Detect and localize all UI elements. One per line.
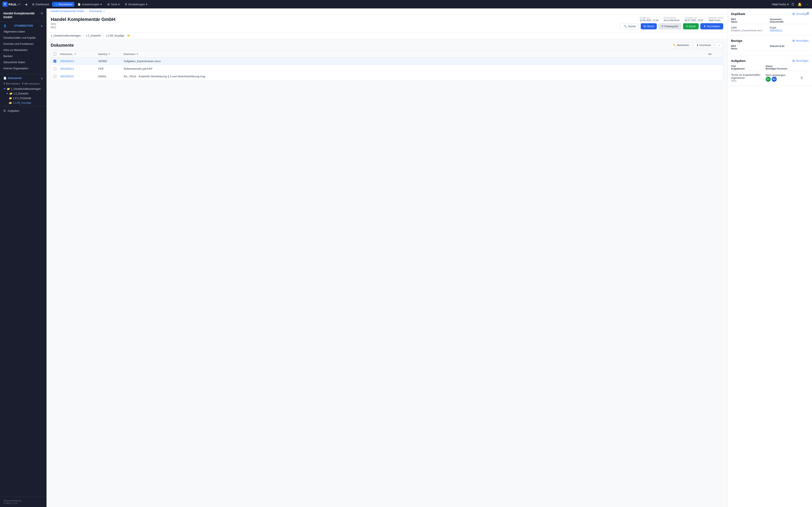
folder-open-icon-path[interactable]: 📂 — [127, 34, 131, 37]
version-link[interactable]: Versionshinweise — [3, 499, 43, 502]
sidebar-item-infos[interactable]: Infos zu Mandanten — [0, 47, 47, 53]
aufgaben-section: Aufgaben ⊕ Hinzufügen Titel Aufgabenart … — [728, 55, 812, 86]
back-button[interactable]: ◀ — [23, 2, 29, 7]
sidebar-item-interne[interactable]: Interne Organisation — [0, 65, 47, 71]
row-checkbox-2[interactable] — [53, 67, 56, 70]
word-icon: W — [644, 25, 646, 28]
nav-mandanten[interactable]: 👥 Mandanten — [52, 2, 74, 7]
td-checkbox-1[interactable] — [51, 57, 58, 65]
select-all-checkbox[interactable] — [53, 52, 56, 56]
td-dokument-1[interactable]: 000200010 — [58, 57, 96, 65]
bezuge-title: Bezüge — [731, 39, 742, 43]
td-dateityp-2: PDF — [96, 65, 121, 72]
document-icon: 📄 — [3, 77, 7, 80]
folder-icon: 📁 — [7, 88, 10, 91]
sidebar-item-banken[interactable]: Banken — [0, 53, 47, 59]
aufgaben-add-button[interactable]: ⊕ Hinzufügen — [792, 59, 809, 63]
aufgaben-titel-cell: Termin für Expertentreffen organisieren … — [731, 73, 766, 83]
avatar-bo: BO — [772, 77, 777, 82]
upload-button[interactable]: ⬆ Hochladen — [700, 23, 723, 30]
td-checkbox-3[interactable] — [51, 73, 58, 80]
path-arrow-2: → — [102, 34, 105, 37]
td-dokument-2[interactable]: 000200014 — [58, 65, 96, 72]
collapse-icon: ⬆ — [22, 82, 24, 85]
nav-einstellungen[interactable]: ⚙ Einstellungen ▾ — [123, 2, 150, 7]
nav-dashboard[interactable]: ⊞ Dashboard — [30, 2, 51, 7]
download-button[interactable]: ⬇ Download — [694, 43, 713, 48]
edit-button[interactable]: ✏️ Bearbeiten — [670, 43, 692, 48]
search-button[interactable]: 🔍 Suche — [620, 23, 639, 30]
th-dateiname[interactable]: Dateiname ⇅ — [121, 51, 706, 57]
side-panel-close-button[interactable]: ✕ — [806, 11, 809, 16]
aufgaben-delete-cell[interactable]: 🗑 — [800, 75, 809, 80]
td-checkbox-2[interactable] — [51, 65, 58, 72]
tree-item-sonstige[interactable]: 📂 1.2.99_Sonstige — [0, 101, 47, 105]
path-icons: 📂 ⋮ — [127, 34, 134, 37]
aufgaben-table-header: Titel Aufgabenart Status Beteiligte Pers… — [731, 65, 809, 71]
sort-icon-dateiname: ⇅ — [136, 53, 138, 55]
logo-icon: P — [3, 2, 8, 7]
main-layout: Handel Komplementär GmbH ✕ 👤 Stammdaten … — [0, 0, 812, 507]
sidebar-item-aufgaben[interactable]: ☰ Aufgaben — [0, 107, 47, 114]
duplikate-dokid[interactable]: 000200011 — [770, 29, 809, 32]
excel-button[interactable]: X Excel — [683, 23, 699, 30]
tree-item-gesellschaftsunterlagen[interactable]: ▼ 📁 1_Gesellschaftsunterlagen — [0, 87, 47, 91]
word-button[interactable]: W Word — [641, 23, 657, 30]
nav-dashboard-label: Dashboard — [36, 3, 49, 6]
notification-button[interactable]: 🔔 — [797, 1, 803, 7]
expand-all-button[interactable]: ⬇ Alle erweitern — [3, 82, 20, 85]
duplikate-table-header: MKZ Name Verweisart DokumentID — [731, 18, 809, 24]
more-options-icon[interactable]: ⋮ — [132, 34, 134, 37]
person-icon: 👤 — [3, 24, 7, 27]
user-menu[interactable]: Vitali Fuchs ▾ — [772, 3, 789, 6]
breadcrumb-arrow-2: ▾ — [103, 10, 105, 13]
created-at: Erstellt am 10.05.2022, 13:40 — [640, 17, 658, 21]
path-link-2[interactable]: 1.2_Entwürfe — [86, 34, 101, 37]
powerpoint-icon: P — [662, 25, 664, 28]
tree-item-entwurfe[interactable]: ▼ 📁 1.2_Entwürfe — [0, 91, 47, 96]
path-link-1[interactable]: 1_Gesellschaftsunterlagen — [51, 34, 81, 37]
table-header-row: Dokument... ⇅ Dateityp ⇅ Dateiname ⇅ Be — [51, 51, 723, 57]
bezuge-add-button[interactable]: ⊕ Hinzufügen — [792, 39, 809, 43]
delete-aufgabe-button[interactable]: 🗑 — [800, 76, 804, 80]
logout-button[interactable]: → — [804, 1, 809, 7]
powerpoint-button[interactable]: P Powerpoint — [658, 23, 681, 30]
main-content: Handel Komplementär GmbH → Dokumente ▾ H… — [47, 8, 727, 507]
documents-title: Dokumente — [51, 43, 74, 48]
dokumente-header[interactable]: 📄 Dokumente ▲ — [0, 75, 47, 81]
collapse-all-button[interactable]: ⬆ Alle reduzieren — [22, 82, 40, 85]
plus-icon-duplikate: ⊕ — [792, 12, 795, 16]
company-name: Handel Komplementär GmbH — [3, 11, 40, 19]
breadcrumb-company[interactable]: Handel Komplementär GmbH — [51, 10, 84, 13]
close-sidebar-button[interactable]: ✕ — [40, 11, 43, 15]
sidebar-footer: Versionshinweise © PAUL 2.9.0 — [0, 497, 47, 507]
sidebar-item-gremien[interactable]: Gremien und Funktionen — [0, 41, 47, 47]
menu-icon-button[interactable]: ☰ — [791, 1, 795, 7]
stammdaten-label: Stammdaten — [14, 24, 33, 27]
td-dokument-3[interactable]: 000200015 — [58, 73, 96, 80]
breadcrumb-dokumente[interactable]: Dokumente — [89, 10, 102, 13]
nav-auswertungen[interactable]: 📋 Auswertungen ▾ — [75, 2, 104, 7]
edit-icon: ✏️ — [673, 44, 676, 47]
table-row: 000200014 PDF Referenteninfo pdf.PDF — [51, 65, 723, 73]
page-title: Handel Komplementär GmbH — [51, 17, 115, 22]
sidebar-item-allgemeine[interactable]: Allgemeine Daten — [0, 29, 47, 35]
more-actions-button[interactable]: ⋯ — [715, 43, 723, 48]
duplikate-row: 1000 Aufgaben_Expertenteam.docx Kopie 00… — [731, 26, 809, 33]
mandanten-icon: 👥 — [54, 3, 57, 6]
sidebar-company: Handel Komplementär GmbH ✕ — [0, 8, 47, 21]
th-dokument[interactable]: Dokument... ⇅ — [58, 51, 96, 57]
row-checkbox-3[interactable] — [53, 75, 56, 78]
sidebar-item-steuerliche[interactable]: Steuerliche Daten — [0, 59, 47, 65]
nav-tools[interactable]: 🖥 Tools ▾ — [105, 2, 122, 7]
changed-at: Geändert am 06.07.2022, 15:07 — [685, 17, 704, 21]
row-checkbox-1[interactable] — [53, 60, 56, 63]
td-be-2 — [706, 65, 723, 72]
plus-icon-aufgaben: ⊕ — [792, 59, 795, 63]
chevron-up-icon: ▲ — [41, 24, 43, 27]
th-dateityp[interactable]: Dateityp ⇅ — [96, 51, 121, 57]
sidebar-item-gesellschafter[interactable]: Gesellschafter und Kapital — [0, 35, 47, 41]
stammdaten-header[interactable]: 👤 Stammdaten ▲ — [0, 23, 47, 29]
sort-icon-dateityp: ⇅ — [108, 53, 110, 55]
tree-item-protokolle[interactable]: 📁 1.2.5_Protokolle — [0, 96, 47, 101]
